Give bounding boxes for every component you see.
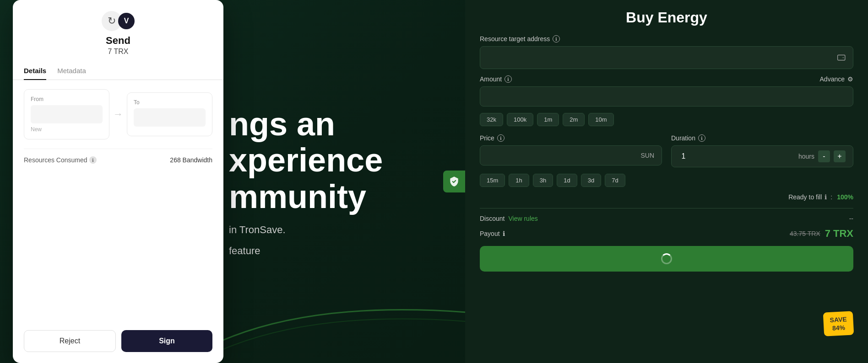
view-rules-link[interactable]: View rules [508,215,537,222]
gear-icon: ⚙ [847,75,853,83]
ready-to-fill-percent: 100% [837,193,853,201]
dur-preset-3h[interactable]: 3h [533,174,553,187]
arrow-right-icon: → [113,108,123,120]
from-address-content [31,105,103,123]
modal-header: ↻ V Send 7 TRX [13,0,223,63]
ready-to-fill-separator: : [830,193,832,201]
dur-preset-7d[interactable]: 7d [605,174,625,187]
modal-footer: Reject Sign [13,323,223,363]
wallet-icon [837,53,846,62]
duration-plus-btn[interactable]: + [834,150,846,162]
payout-values: 43.75 TRX 7 TRX [790,228,853,240]
dur-preset-3d[interactable]: 3d [581,174,601,187]
duration-input: 1 hours - + [671,145,853,167]
modal-title: Send [106,35,130,47]
duration-unit: hours [798,153,814,160]
sun-label: SUN [640,152,654,159]
amount-input[interactable]: 100,000 [480,86,853,107]
from-to-section: From New → To [24,89,212,139]
duration-controls: hours - + [798,150,846,162]
preset-100k[interactable]: 100k [507,113,533,126]
headline-line3: mmunity [229,178,366,215]
tab-details[interactable]: Details [24,63,46,80]
price-info-icon: ℹ [497,134,505,142]
amount-presets: 32k 100k 1m 2m 10m [480,113,853,126]
ready-to-fill-row: Ready to fill ℹ : 100% [480,193,853,201]
green-curve-decoration [183,270,502,363]
amount-row-header: Amount ℹ Advance ⚙ [480,75,853,83]
resource-target-input[interactable] [480,46,853,69]
dur-preset-1d[interactable]: 1d [557,174,577,187]
description-text: in TronSave. [229,224,447,236]
resource-target-text-input[interactable] [488,53,837,62]
resources-row: Resources Consumed ℹ 268 Bandwidth [24,149,212,164]
sign-button[interactable]: Sign [121,330,212,352]
resource-target-label: Resource target address ℹ [480,35,853,43]
resources-info-icon: ℹ [89,156,97,164]
discount-value: -- [849,215,853,222]
discount-row: Discount View rules -- [480,215,853,222]
amount-info-icon: ℹ [505,75,512,83]
modal-subtitle: 7 TRX [108,48,128,56]
discount-left: Discount View rules [480,215,538,222]
duration-value: 1 [679,152,688,160]
dur-preset-1h[interactable]: 1h [509,174,529,187]
modal-icons: ↻ V [102,11,135,31]
preset-1m[interactable]: 1m [537,113,559,126]
resource-target-info-icon: ℹ [553,35,560,43]
dur-preset-15m[interactable]: 15m [480,174,505,187]
headline-line1: ngs an [229,106,335,142]
to-address-content [134,108,206,127]
amount-text-input[interactable]: 100,000 [488,92,846,101]
panel-title: Buy Energy [480,9,853,26]
tab-metadata[interactable]: Metadata [57,63,86,80]
reject-button[interactable]: Reject [24,330,116,352]
preset-10m[interactable]: 10m [588,113,613,126]
preset-32k[interactable]: 32k [480,113,503,126]
right-panel: Buy Energy Resource target address ℹ Amo… [465,0,868,363]
price-section: Price ℹ 70 SUN [480,134,662,172]
duration-info-icon: ℹ [698,134,705,142]
save-percent: 84% [830,323,847,332]
to-address-box: To [127,92,212,136]
headline-line2: xperience [229,142,383,178]
payout-new-price: 7 TRX [825,228,853,240]
price-text-input[interactable]: 70 [488,151,640,160]
from-address-box: From New [24,89,109,139]
section-divider [480,208,853,208]
duration-presets: 15m 1h 3h 1d 3d 7d [480,174,853,187]
payout-info-icon: ℹ [503,230,505,237]
payout-label: Payout ℹ [480,230,505,237]
svg-rect-0 [837,55,845,60]
price-duration-section: Price ℹ 70 SUN Duration ℹ 1 hours - + [480,134,853,172]
ready-to-fill-label: Ready to fill [788,193,822,201]
payout-row: Payout ℹ 43.75 TRX 7 TRX [480,228,853,240]
loading-spinner [661,253,672,264]
modal-body: From New → To Resources Consumed ℹ 268 B… [13,80,223,323]
shield-fab-button[interactable] [443,171,465,192]
advance-button[interactable]: Advance ⚙ [820,75,853,83]
resources-label: Resources Consumed ℹ [24,156,97,164]
preset-2m[interactable]: 2m [563,113,585,126]
price-input[interactable]: 70 SUN [480,145,662,165]
from-label: From [31,96,103,102]
feature-text: feature [229,245,447,257]
duration-minus-btn[interactable]: - [818,150,830,162]
ready-to-fill-info-icon: ℹ [825,193,827,201]
duration-section: Duration ℹ 1 hours - + [671,134,853,172]
price-label: Price ℹ [480,134,662,142]
save-label: SAVE [830,315,847,324]
resources-value: 268 Bandwidth [170,156,212,164]
to-label: To [134,99,206,106]
submit-button[interactable] [480,246,853,272]
duration-label: Duration ℹ [671,134,853,142]
save-badge: SAVE 84% [823,311,854,336]
discount-label: Discount [480,215,505,222]
send-modal: ↻ V Send 7 TRX Details Metadata From New… [13,0,223,363]
from-new-label: New [31,126,103,133]
amount-label: Amount ℹ [480,75,512,83]
v-icon: V [118,13,135,29]
payout-old-price: 43.75 TRX [790,230,820,237]
modal-tabs: Details Metadata [13,63,223,80]
